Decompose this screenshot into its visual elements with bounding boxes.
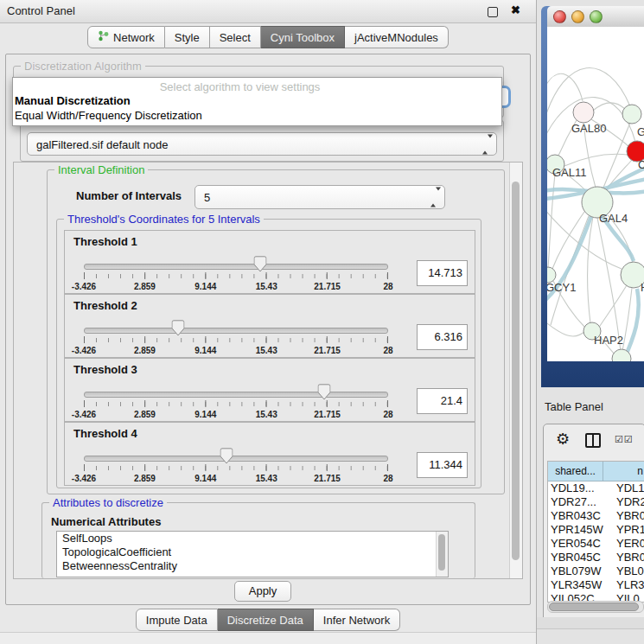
column-header-shared-name[interactable]: shared... (548, 462, 603, 481)
select-columns-checkboxes-icon[interactable]: ☑☑ (615, 434, 634, 445)
threshold-1-value-field[interactable]: 14.713 (417, 260, 468, 286)
threshold-4-label: Threshold 4 (73, 427, 137, 440)
cyni-main-panel: Discretization Algorithm Select algorith… (5, 54, 531, 605)
numerical-attributes-list[interactable]: SelfLoops TopologicalCoefficient Between… (56, 531, 449, 577)
threshold-panel-4: Threshold 4 -3.426 2.859 (64, 422, 475, 486)
slider-scale: -3.426 2.859 9.144 15.43 21.715 28 (84, 410, 388, 420)
apply-button[interactable]: Apply (234, 581, 291, 602)
threshold-3-value-field[interactable]: 21.4 (417, 388, 468, 414)
threshold-3-slider-thumb[interactable] (318, 384, 331, 400)
columns-icon[interactable] (585, 433, 601, 448)
node-table[interactable]: shared... n YDL19...YDL1 YDR27...YDR2 YB… (547, 461, 644, 603)
close-window-button[interactable] (553, 10, 566, 23)
list-item[interactable]: BetweennessCentrality (57, 559, 448, 573)
combo-arrows-icon (482, 137, 488, 150)
network-graph: GAL80 G C GAL11 GAL4 GCY1 H HAP2 (547, 27, 644, 361)
network-window-frame[interactable]: GAL80 G C GAL11 GAL4 GCY1 H HAP2 (541, 6, 644, 387)
numerical-attributes-label: Numerical Attributes (51, 515, 161, 528)
table-row[interactable]: YPR145WYPR1 (548, 523, 644, 537)
horizontal-scrollbar-thumb[interactable] (549, 603, 639, 611)
network-icon (98, 30, 109, 44)
option-manual-discretization[interactable]: Manual Discretization (15, 94, 131, 107)
zoom-window-button[interactable] (590, 10, 603, 23)
float-window-icon[interactable] (488, 7, 498, 17)
node-label-gal11: GAL11 (552, 166, 587, 179)
tab-cyni-toolbox[interactable]: Cyni Toolbox (261, 26, 345, 48)
vertical-scrollbar[interactable] (509, 163, 522, 578)
node-label-gal4: GAL4 (599, 212, 628, 225)
slider-major-ticks (84, 272, 388, 279)
table-row[interactable]: YDL19...YDL1 (548, 481, 644, 495)
bottom-tab-bar: Impute Data Discretize Data Infer Networ… (0, 609, 536, 631)
threshold-1-label: Threshold 1 (73, 235, 137, 248)
option-equal-width-frequency[interactable]: Equal Width/Frequency Discretization (15, 109, 202, 122)
control-panel-titlebar: Control Panel ✖ (0, 0, 536, 23)
tab-network[interactable]: Network (87, 26, 165, 48)
table-data-combobox[interactable]: galFiltered.sif default node (27, 132, 497, 156)
table-row[interactable]: YBL079WYBL0 (548, 564, 644, 578)
threshold-4-slider-thumb[interactable] (220, 448, 233, 464)
threshold-panel-1: Threshold 1 -3.426 2.859 (64, 230, 475, 294)
threshold-3-slider[interactable]: -3.426 2.859 9.144 15.43 21.715 28 (84, 381, 388, 419)
node-label-hap2: HAP2 (594, 334, 623, 347)
table-row[interactable]: YDR27...YDR2 (548, 495, 644, 509)
list-scrollbar[interactable] (436, 532, 448, 577)
threshold-2-value-field[interactable]: 6.316 (417, 324, 468, 350)
tab-style[interactable]: Style (165, 26, 210, 48)
tab-jactivemnodules[interactable]: jActiveMNodules (345, 26, 449, 48)
threshold-4-slider[interactable]: -3.426 2.859 9.144 15.43 21.715 28 (84, 445, 388, 483)
thresholds-group: Threshold's Coordinates for 5 Intervals … (56, 219, 481, 488)
attributes-group: Attributes to discretize Numerical Attri… (41, 502, 475, 578)
table-panel-title: Table Panel (545, 400, 603, 413)
threshold-panel-3: Threshold 3 -3.426 2.859 (64, 358, 475, 422)
tab-impute-data[interactable]: Impute Data (136, 609, 218, 631)
node-partial-g[interactable] (622, 105, 641, 124)
list-scrollbar-thumb[interactable] (438, 534, 445, 571)
table-row[interactable]: YLR345WYLR3 (548, 578, 644, 592)
tab-discretize-data[interactable]: Discretize Data (218, 609, 314, 631)
table-row[interactable]: YER054CYER0 (548, 537, 644, 551)
number-of-intervals-combobox[interactable]: 5 (194, 185, 445, 209)
threshold-2-slider-thumb[interactable] (172, 320, 185, 336)
right-column: GAL80 G C GAL11 GAL4 GCY1 H HAP2 Table P… (537, 0, 644, 644)
close-icon[interactable]: ✖ (511, 3, 520, 16)
panel-title: Control Panel (7, 4, 75, 17)
tab-select[interactable]: Select (210, 26, 261, 48)
horizontal-scrollbar[interactable] (547, 601, 644, 613)
threshold-2-slider[interactable]: -3.426 2.859 9.144 15.43 21.715 28 (84, 317, 388, 355)
threshold-1-slider[interactable]: -3.426 2.859 9.144 15.43 21.715 28 (84, 253, 388, 291)
table-panel-footer (537, 617, 644, 629)
attributes-group-title: Attributes to discretize (49, 496, 167, 509)
list-item[interactable]: TopologicalCoefficient (57, 545, 448, 559)
network-canvas[interactable]: GAL80 G C GAL11 GAL4 GCY1 H HAP2 (547, 27, 644, 361)
threshold-4-value-field[interactable]: 11.344 (417, 452, 468, 478)
node-label-partial-g: G (637, 125, 644, 138)
algorithm-dropdown-popup: Select algorithm to view settings Manual… (12, 77, 502, 126)
slider-track[interactable] (84, 456, 388, 462)
threshold-2-label: Threshold 2 (73, 299, 137, 312)
window-buttons (553, 10, 603, 23)
slider-track[interactable] (84, 392, 388, 398)
interval-definition-group: Interval Definition Number of Intervals … (47, 169, 505, 494)
slider-track[interactable] (84, 328, 388, 334)
table-row[interactable]: YBR045CYBR0 (548, 551, 644, 564)
list-item[interactable]: SelfLoops (57, 532, 448, 545)
discretization-algorithm-group-title: Discretization Algorithm (21, 60, 145, 73)
node-gal80[interactable] (573, 102, 594, 123)
slider-major-ticks (84, 336, 388, 343)
threshold-panel-2: Threshold 2 -3.426 2.859 (64, 294, 475, 358)
slider-scale: -3.426 2.859 9.144 15.43 21.715 28 (84, 346, 388, 356)
tab-infer-network[interactable]: Infer Network (314, 609, 400, 631)
number-of-intervals-value: 5 (204, 191, 210, 204)
slider-track[interactable] (84, 264, 388, 270)
thresholds-group-title: Threshold's Coordinates for 5 Intervals (64, 213, 264, 226)
column-header-name[interactable]: n (603, 462, 644, 481)
table-row[interactable]: YBR043CYBR0 (548, 509, 644, 523)
threshold-3-label: Threshold 3 (73, 363, 137, 376)
vertical-scrollbar-thumb[interactable] (512, 182, 520, 560)
gear-icon[interactable]: ⚙ (556, 430, 570, 449)
minimize-window-button[interactable] (571, 10, 584, 23)
threshold-1-slider-thumb[interactable] (254, 256, 267, 272)
slider-scale: -3.426 2.859 9.144 15.43 21.715 28 (84, 282, 388, 292)
network-window-titlebar[interactable] (547, 6, 644, 28)
